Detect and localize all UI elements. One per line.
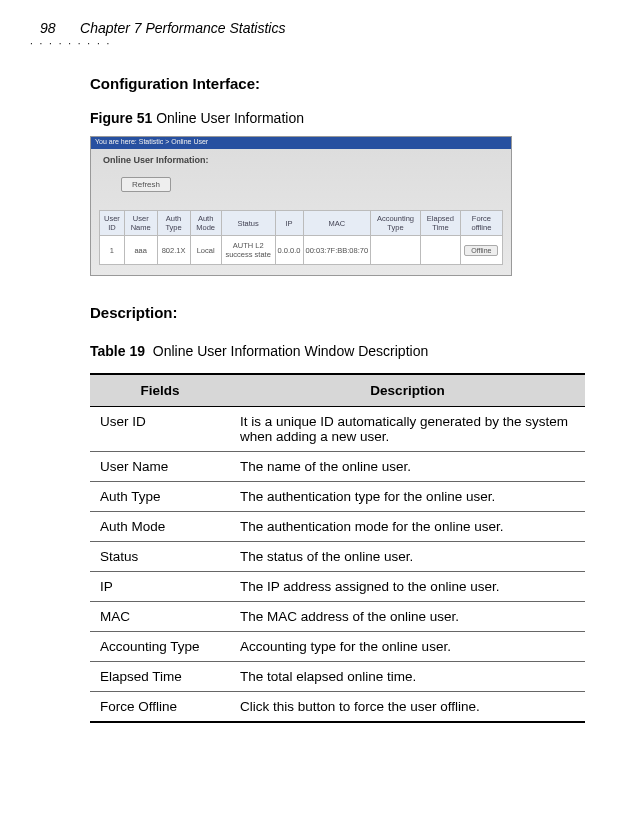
col-accttype: Accounting Type bbox=[371, 211, 421, 236]
field-desc: The IP address assigned to the online us… bbox=[230, 572, 585, 602]
figure-caption: Figure 51 Online User Information bbox=[90, 110, 585, 126]
cell-force: Offline bbox=[460, 236, 502, 265]
field-name: Force Offline bbox=[90, 692, 230, 723]
col-authmode: Auth Mode bbox=[190, 211, 221, 236]
table-row: Elapsed TimeThe total elapsed online tim… bbox=[90, 662, 585, 692]
field-name: Auth Mode bbox=[90, 512, 230, 542]
page-root: 98 Chapter 7 Performance Statistics · · … bbox=[0, 0, 625, 763]
description-table: Fields Description User IDIt is a unique… bbox=[90, 373, 585, 723]
col-elapsed: Elapsed Time bbox=[420, 211, 460, 236]
field-desc: The total elapsed online time. bbox=[230, 662, 585, 692]
screenshot-panel: You are here: Statistic > Online User On… bbox=[90, 136, 512, 276]
field-name: Auth Type bbox=[90, 482, 230, 512]
head-description: Description bbox=[230, 374, 585, 407]
col-ip: IP bbox=[275, 211, 303, 236]
field-desc: The name of the online user. bbox=[230, 452, 585, 482]
screenshot-table: User ID User Name Auth Type Auth Mode St… bbox=[99, 210, 503, 265]
figure-label: Figure 51 bbox=[90, 110, 152, 126]
cell-authtype: 802.1X bbox=[157, 236, 190, 265]
col-authtype: Auth Type bbox=[157, 211, 190, 236]
refresh-button[interactable]: Refresh bbox=[121, 177, 171, 192]
cell-elapsed bbox=[420, 236, 460, 265]
table-row: Accounting TypeAccounting type for the o… bbox=[90, 632, 585, 662]
table-row: IPThe IP address assigned to the online … bbox=[90, 572, 585, 602]
header-decorative-dots: · · · · · · · · · bbox=[30, 38, 111, 49]
table-row: Force OfflineClick this button to force … bbox=[90, 692, 585, 723]
content-area: Configuration Interface: Figure 51 Onlin… bbox=[90, 75, 585, 723]
head-fields: Fields bbox=[90, 374, 230, 407]
table-row: StatusThe status of the online user. bbox=[90, 542, 585, 572]
field-name: Accounting Type bbox=[90, 632, 230, 662]
table-row: Auth ModeThe authentication mode for the… bbox=[90, 512, 585, 542]
screenshot-data-row: 1 aaa 802.1X Local AUTH L2 success state… bbox=[100, 236, 503, 265]
field-desc: Click this button to force the user offl… bbox=[230, 692, 585, 723]
field-name: Elapsed Time bbox=[90, 662, 230, 692]
field-desc: It is a unique ID automatically generate… bbox=[230, 407, 585, 452]
desc-header-row: Fields Description bbox=[90, 374, 585, 407]
col-status: Status bbox=[221, 211, 275, 236]
cell-accttype bbox=[371, 236, 421, 265]
field-desc: Accounting type for the online user. bbox=[230, 632, 585, 662]
screenshot-breadcrumb: You are here: Statistic > Online User bbox=[91, 137, 511, 149]
col-mac: MAC bbox=[303, 211, 371, 236]
cell-authmode: Local bbox=[190, 236, 221, 265]
cell-userid: 1 bbox=[100, 236, 125, 265]
col-username: User Name bbox=[124, 211, 157, 236]
table-row: MACThe MAC address of the online user. bbox=[90, 602, 585, 632]
cell-status: AUTH L2 success state bbox=[221, 236, 275, 265]
table-caption: Table 19 Online User Information Window … bbox=[90, 343, 585, 359]
cell-mac: 00:03:7F:BB:08:70 bbox=[303, 236, 371, 265]
field-desc: The authentication mode for the online u… bbox=[230, 512, 585, 542]
screenshot-header-row: User ID User Name Auth Type Auth Mode St… bbox=[100, 211, 503, 236]
offline-button[interactable]: Offline bbox=[464, 245, 498, 256]
field-name: User Name bbox=[90, 452, 230, 482]
table-row: User IDIt is a unique ID automatically g… bbox=[90, 407, 585, 452]
cell-username: aaa bbox=[124, 236, 157, 265]
col-userid: User ID bbox=[100, 211, 125, 236]
figure-caption-text: Online User Information bbox=[156, 110, 304, 126]
field-name: User ID bbox=[90, 407, 230, 452]
section-heading: Configuration Interface: bbox=[90, 75, 585, 92]
description-heading: Description: bbox=[90, 304, 585, 321]
col-force: Force offline bbox=[460, 211, 502, 236]
chapter-title: Chapter 7 Performance Statistics bbox=[80, 20, 285, 36]
field-desc: The status of the online user. bbox=[230, 542, 585, 572]
field-name: IP bbox=[90, 572, 230, 602]
field-desc: The MAC address of the online user. bbox=[230, 602, 585, 632]
page-number: 98 bbox=[40, 20, 56, 36]
page-header: 98 Chapter 7 Performance Statistics · · … bbox=[40, 20, 585, 50]
table-row: User NameThe name of the online user. bbox=[90, 452, 585, 482]
screenshot-title: Online User Information: bbox=[91, 149, 511, 173]
table-caption-text: Online User Information Window Descripti… bbox=[153, 343, 428, 359]
field-name: Status bbox=[90, 542, 230, 572]
cell-ip: 0.0.0.0 bbox=[275, 236, 303, 265]
table-row: Auth TypeThe authentication type for the… bbox=[90, 482, 585, 512]
table-label: Table 19 bbox=[90, 343, 145, 359]
field-desc: The authentication type for the online u… bbox=[230, 482, 585, 512]
field-name: MAC bbox=[90, 602, 230, 632]
